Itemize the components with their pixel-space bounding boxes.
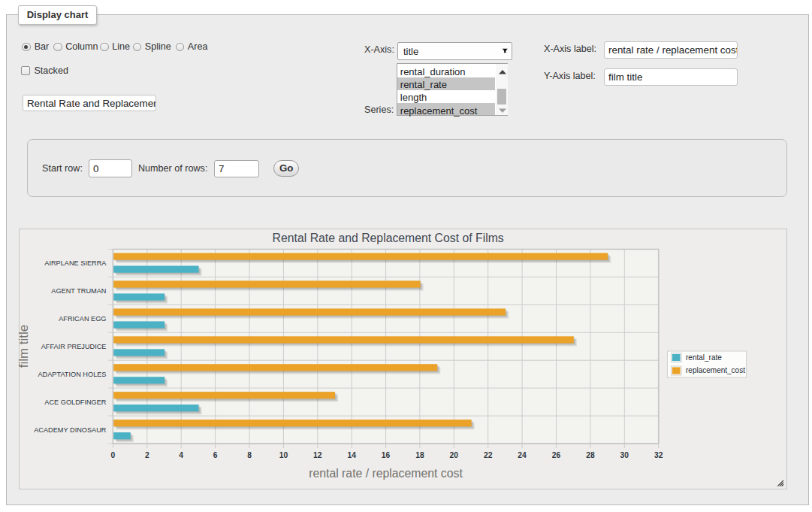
svg-text:26: 26 xyxy=(552,451,561,459)
svg-text:18: 18 xyxy=(415,451,424,459)
svg-text:rental_rate: rental_rate xyxy=(686,353,722,362)
svg-text:24: 24 xyxy=(518,451,527,459)
svg-text:6: 6 xyxy=(213,451,218,459)
svg-text:ACADEMY DINOSAUR: ACADEMY DINOSAUR xyxy=(34,426,107,434)
svg-text:8: 8 xyxy=(247,451,252,459)
svg-text:rental rate / replacement cost: rental rate / replacement cost xyxy=(309,467,463,480)
svg-text:30: 30 xyxy=(620,451,629,459)
svg-text:AIRPLANE SIERRA: AIRPLANE SIERRA xyxy=(44,259,107,267)
svg-text:replacement_cost: replacement_cost xyxy=(686,366,745,374)
svg-text:12: 12 xyxy=(313,451,322,459)
svg-text:ADAPTATION HOLES: ADAPTATION HOLES xyxy=(38,371,106,378)
svg-text:14: 14 xyxy=(347,451,356,459)
svg-text:20: 20 xyxy=(450,451,459,459)
svg-text:AFFAIR PREJUDICE: AFFAIR PREJUDICE xyxy=(41,343,107,350)
svg-text:10: 10 xyxy=(279,451,288,459)
svg-text:22: 22 xyxy=(484,451,493,459)
svg-text:Rental Rate and Replacement Co: Rental Rate and Replacement Cost of Film… xyxy=(273,232,504,244)
svg-text:ACE GOLDFINGER: ACE GOLDFINGER xyxy=(44,398,107,406)
svg-text:32: 32 xyxy=(654,451,663,459)
svg-text:28: 28 xyxy=(586,451,595,459)
svg-text:AGENT TRUMAN: AGENT TRUMAN xyxy=(51,287,106,295)
svg-text:0: 0 xyxy=(111,451,116,459)
svg-text:AFRICAN EGG: AFRICAN EGG xyxy=(59,315,106,323)
svg-text:16: 16 xyxy=(382,451,391,459)
svg-text:2: 2 xyxy=(145,451,149,459)
svg-text:4: 4 xyxy=(179,451,183,459)
svg-text:film title: film title xyxy=(17,325,31,368)
